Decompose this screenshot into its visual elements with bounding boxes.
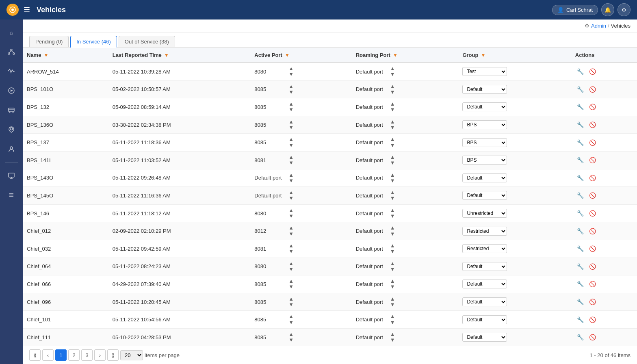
- active-port-spinner[interactable]: ▲▼: [288, 119, 294, 131]
- tab-pending[interactable]: Pending (0): [29, 36, 69, 47]
- group-select[interactable]: DefaultTestBPSUnrestrictedRestricted: [462, 244, 507, 253]
- active-port-spinner[interactable]: ▲▼: [288, 261, 294, 273]
- active-port-spinner[interactable]: ▲▼: [288, 225, 294, 237]
- sidebar-item-monitor[interactable]: [3, 168, 20, 184]
- time-filter-icon[interactable]: ▼: [164, 52, 169, 58]
- roaming-port-spinner[interactable]: ▲▼: [390, 332, 395, 343]
- disable-button[interactable]: 🚫: [587, 314, 598, 325]
- roaming-port-spinner[interactable]: ▲▼: [390, 278, 395, 290]
- per-page-select[interactable]: 10 20 50 100: [120, 350, 143, 360]
- sidebar-item-home[interactable]: ⌂: [3, 24, 20, 41]
- user-menu-button[interactable]: 👤 Carl Schrat: [552, 5, 598, 15]
- sidebar-item-user[interactable]: [3, 141, 20, 158]
- disable-button[interactable]: 🚫: [587, 297, 598, 307]
- group-select[interactable]: DefaultTestBPSUnrestrictedRestricted: [462, 67, 507, 76]
- roaming-port-spinner[interactable]: ▲▼: [390, 314, 395, 325]
- disable-button[interactable]: 🚫: [587, 66, 598, 77]
- edit-button[interactable]: 🔧: [575, 66, 586, 77]
- sidebar-item-activity[interactable]: [3, 63, 20, 80]
- edit-button[interactable]: 🔧: [575, 332, 586, 342]
- hamburger-menu[interactable]: ☰: [24, 5, 30, 14]
- disable-button[interactable]: 🚫: [587, 190, 598, 201]
- edit-button[interactable]: 🔧: [575, 84, 586, 95]
- sidebar-item-location[interactable]: [3, 122, 20, 138]
- roaming-port-spinner[interactable]: ▲▼: [390, 84, 395, 95]
- sidebar-item-vehicles[interactable]: [3, 102, 20, 119]
- sidebar-item-play[interactable]: [3, 83, 20, 99]
- active-port-spinner[interactable]: ▲▼: [288, 332, 294, 343]
- disable-button[interactable]: 🚫: [587, 84, 598, 95]
- roaming-port-spinner[interactable]: ▲▼: [390, 154, 395, 166]
- roaming-port-spinner[interactable]: ▲▼: [390, 261, 395, 273]
- group-select[interactable]: DefaultTestBPSUnrestrictedRestricted: [462, 120, 507, 129]
- disable-button[interactable]: 🚫: [587, 226, 598, 236]
- name-filter-icon[interactable]: ▼: [43, 52, 48, 58]
- active-port-spinner[interactable]: ▲▼: [288, 172, 294, 184]
- prev-page-button[interactable]: ‹: [42, 349, 54, 361]
- group-select[interactable]: DefaultTestBPSUnrestrictedRestricted: [462, 102, 507, 111]
- group-select[interactable]: DefaultTestBPSUnrestrictedRestricted: [462, 280, 507, 288]
- active-port-spinner[interactable]: ▲▼: [288, 84, 294, 95]
- group-select[interactable]: DefaultTestBPSUnrestrictedRestricted: [462, 315, 507, 324]
- breadcrumb-admin[interactable]: Admin: [591, 23, 606, 29]
- disable-button[interactable]: 🚫: [587, 155, 598, 165]
- edit-button[interactable]: 🔧: [575, 208, 586, 219]
- next-page-button[interactable]: ›: [94, 349, 106, 361]
- disable-button[interactable]: 🚫: [587, 243, 598, 254]
- group-select[interactable]: DefaultTestBPSUnrestrictedRestricted: [462, 138, 507, 147]
- active-port-spinner[interactable]: ▲▼: [288, 101, 294, 113]
- active-port-spinner[interactable]: ▲▼: [288, 208, 294, 219]
- active-port-spinner[interactable]: ▲▼: [288, 296, 294, 308]
- edit-button[interactable]: 🔧: [575, 279, 586, 289]
- disable-button[interactable]: 🚫: [587, 332, 598, 342]
- active-port-spinner[interactable]: ▲▼: [288, 190, 294, 202]
- edit-button[interactable]: 🔧: [575, 119, 586, 130]
- edit-button[interactable]: 🔧: [575, 243, 586, 254]
- edit-button[interactable]: 🔧: [575, 173, 586, 183]
- roaming-port-spinner[interactable]: ▲▼: [390, 136, 395, 148]
- page-1-button[interactable]: 1: [55, 349, 67, 361]
- group-select[interactable]: DefaultTestBPSUnrestrictedRestricted: [462, 227, 507, 236]
- edit-button[interactable]: 🔧: [575, 261, 586, 272]
- group-select[interactable]: DefaultTestBPSUnrestrictedRestricted: [462, 156, 507, 165]
- group-select[interactable]: DefaultTestBPSUnrestrictedRestricted: [462, 85, 507, 94]
- group-select[interactable]: DefaultTestBPSUnrestrictedRestricted: [462, 209, 507, 218]
- disable-button[interactable]: 🚫: [587, 119, 598, 130]
- group-select[interactable]: DefaultTestBPSUnrestrictedRestricted: [462, 333, 507, 342]
- group-select[interactable]: DefaultTestBPSUnrestrictedRestricted: [462, 262, 507, 271]
- active-port-spinner[interactable]: ▲▼: [288, 314, 294, 325]
- active-port-spinner[interactable]: ▲▼: [288, 66, 294, 78]
- disable-button[interactable]: 🚫: [587, 173, 598, 183]
- edit-button[interactable]: 🔧: [575, 314, 586, 325]
- active-port-spinner[interactable]: ▲▼: [288, 278, 294, 290]
- edit-button[interactable]: 🔧: [575, 297, 586, 307]
- roaming-port-spinner[interactable]: ▲▼: [390, 119, 395, 131]
- group-select[interactable]: DefaultTestBPSUnrestrictedRestricted: [462, 297, 507, 306]
- sidebar-item-list[interactable]: [3, 187, 20, 204]
- group-filter-icon[interactable]: ▼: [481, 52, 485, 58]
- tab-out-of-service[interactable]: Out of Service (38): [119, 36, 175, 47]
- roaming-port-filter-icon[interactable]: ▼: [393, 52, 398, 58]
- active-port-spinner[interactable]: ▲▼: [288, 154, 294, 166]
- edit-button[interactable]: 🔧: [575, 137, 586, 148]
- edit-button[interactable]: 🔧: [575, 155, 586, 165]
- edit-button[interactable]: 🔧: [575, 190, 586, 201]
- disable-button[interactable]: 🚫: [587, 208, 598, 219]
- disable-button[interactable]: 🚫: [587, 137, 598, 148]
- roaming-port-spinner[interactable]: ▲▼: [390, 190, 395, 202]
- roaming-port-spinner[interactable]: ▲▼: [390, 243, 395, 255]
- disable-button[interactable]: 🚫: [587, 279, 598, 289]
- disable-button[interactable]: 🚫: [587, 261, 598, 272]
- roaming-port-spinner[interactable]: ▲▼: [390, 225, 395, 237]
- settings-button[interactable]: ⚙: [618, 3, 630, 16]
- edit-button[interactable]: 🔧: [575, 226, 586, 236]
- page-2-button[interactable]: 2: [68, 349, 80, 361]
- roaming-port-spinner[interactable]: ▲▼: [390, 208, 395, 219]
- active-port-spinner[interactable]: ▲▼: [288, 136, 294, 148]
- page-3-button[interactable]: 3: [81, 349, 93, 361]
- roaming-port-spinner[interactable]: ▲▼: [390, 172, 395, 184]
- first-page-button[interactable]: ⟪: [29, 349, 41, 361]
- notifications-button[interactable]: 🔔: [601, 3, 614, 16]
- group-select[interactable]: DefaultTestBPSUnrestrictedRestricted: [462, 191, 507, 200]
- roaming-port-spinner[interactable]: ▲▼: [390, 66, 395, 78]
